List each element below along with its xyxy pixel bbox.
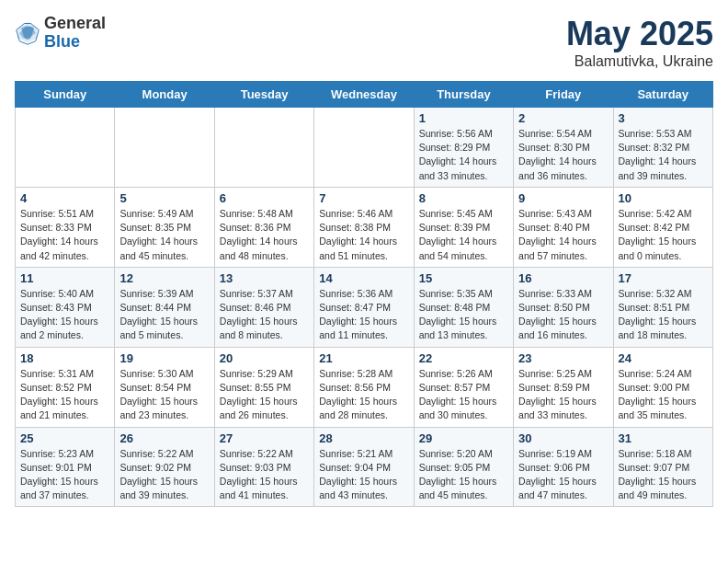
calendar-cell: 18Sunrise: 5:31 AM Sunset: 8:52 PM Dayli…: [16, 347, 115, 427]
day-number: 4: [20, 191, 109, 205]
cell-info: Sunrise: 5:22 AM Sunset: 9:02 PM Dayligh…: [119, 447, 209, 503]
day-number: 7: [319, 191, 408, 205]
day-number: 9: [518, 191, 608, 205]
logo-blue-text: Blue: [44, 33, 106, 52]
day-number: 8: [419, 191, 508, 205]
cell-info: Sunrise: 5:31 AM Sunset: 8:52 PM Dayligh…: [20, 367, 109, 423]
calendar-cell: 8Sunrise: 5:45 AM Sunset: 8:39 PM Daylig…: [414, 187, 513, 267]
week-row-2: 4Sunrise: 5:51 AM Sunset: 8:33 PM Daylig…: [16, 187, 713, 267]
location-subtitle: Balamutivka, Ukraine: [566, 53, 713, 70]
day-number: 13: [220, 271, 309, 285]
cell-info: Sunrise: 5:56 AM Sunset: 8:29 PM Dayligh…: [419, 127, 508, 183]
cell-info: Sunrise: 5:32 AM Sunset: 8:51 PM Dayligh…: [619, 287, 708, 343]
header-row: SundayMondayTuesdayWednesdayThursdayFrid…: [16, 82, 713, 108]
day-number: 18: [20, 351, 109, 365]
day-number: 30: [518, 431, 608, 445]
day-number: 25: [20, 431, 109, 445]
title-block: May 2025 Balamutivka, Ukraine: [566, 15, 713, 70]
calendar-cell: 9Sunrise: 5:43 AM Sunset: 8:40 PM Daylig…: [514, 187, 613, 267]
day-number: 22: [419, 351, 508, 365]
cell-info: Sunrise: 5:35 AM Sunset: 8:48 PM Dayligh…: [419, 287, 508, 343]
cell-info: Sunrise: 5:53 AM Sunset: 8:32 PM Dayligh…: [619, 127, 708, 183]
day-number: 20: [220, 351, 309, 365]
day-number: 11: [20, 271, 109, 285]
calendar-cell: 24Sunrise: 5:24 AM Sunset: 9:00 PM Dayli…: [613, 347, 712, 427]
day-header-saturday: Saturday: [613, 82, 712, 108]
calendar-cell: 11Sunrise: 5:40 AM Sunset: 8:43 PM Dayli…: [16, 267, 115, 347]
calendar-cell: 15Sunrise: 5:35 AM Sunset: 8:48 PM Dayli…: [414, 267, 513, 347]
day-number: 5: [119, 191, 209, 205]
page-header: General Blue May 2025 Balamutivka, Ukrai…: [15, 15, 713, 70]
calendar-cell: 3Sunrise: 5:53 AM Sunset: 8:32 PM Daylig…: [613, 108, 712, 188]
calendar-cell: [16, 108, 115, 188]
cell-info: Sunrise: 5:45 AM Sunset: 8:39 PM Dayligh…: [419, 207, 508, 263]
day-number: 10: [619, 191, 708, 205]
day-number: 12: [119, 271, 209, 285]
calendar-cell: 29Sunrise: 5:20 AM Sunset: 9:05 PM Dayli…: [414, 427, 513, 507]
calendar-cell: 28Sunrise: 5:21 AM Sunset: 9:04 PM Dayli…: [314, 427, 414, 507]
logo-icon: [15, 20, 40, 46]
calendar-cell: 12Sunrise: 5:39 AM Sunset: 8:44 PM Dayli…: [115, 267, 214, 347]
day-number: 19: [119, 351, 209, 365]
cell-info: Sunrise: 5:29 AM Sunset: 8:55 PM Dayligh…: [220, 367, 309, 423]
cell-info: Sunrise: 5:18 AM Sunset: 9:07 PM Dayligh…: [619, 447, 708, 503]
day-number: 16: [518, 271, 608, 285]
calendar-cell: 17Sunrise: 5:32 AM Sunset: 8:51 PM Dayli…: [613, 267, 712, 347]
cell-info: Sunrise: 5:49 AM Sunset: 8:35 PM Dayligh…: [119, 207, 209, 263]
day-number: 1: [419, 111, 508, 125]
calendar-cell: 6Sunrise: 5:48 AM Sunset: 8:36 PM Daylig…: [214, 187, 313, 267]
day-header-tuesday: Tuesday: [214, 82, 313, 108]
calendar-cell: 23Sunrise: 5:25 AM Sunset: 8:59 PM Dayli…: [514, 347, 613, 427]
calendar-cell: 20Sunrise: 5:29 AM Sunset: 8:55 PM Dayli…: [214, 347, 313, 427]
day-header-monday: Monday: [115, 82, 214, 108]
day-number: 15: [419, 271, 508, 285]
day-number: 2: [518, 111, 608, 125]
calendar-cell: 14Sunrise: 5:36 AM Sunset: 8:47 PM Dayli…: [314, 267, 414, 347]
week-row-4: 18Sunrise: 5:31 AM Sunset: 8:52 PM Dayli…: [16, 347, 713, 427]
day-number: 24: [619, 351, 708, 365]
calendar-cell: 21Sunrise: 5:28 AM Sunset: 8:56 PM Dayli…: [314, 347, 414, 427]
day-number: 14: [319, 271, 408, 285]
cell-info: Sunrise: 5:21 AM Sunset: 9:04 PM Dayligh…: [319, 447, 408, 503]
calendar-cell: 2Sunrise: 5:54 AM Sunset: 8:30 PM Daylig…: [514, 108, 613, 188]
calendar-cell: 5Sunrise: 5:49 AM Sunset: 8:35 PM Daylig…: [115, 187, 214, 267]
cell-info: Sunrise: 5:46 AM Sunset: 8:38 PM Dayligh…: [319, 207, 408, 263]
calendar-cell: [214, 108, 313, 188]
day-header-thursday: Thursday: [414, 82, 513, 108]
cell-info: Sunrise: 5:19 AM Sunset: 9:06 PM Dayligh…: [518, 447, 608, 503]
day-number: 27: [220, 431, 309, 445]
month-year-title: May 2025: [566, 15, 713, 53]
logo-text: General Blue: [44, 15, 106, 52]
calendar-cell: [115, 108, 214, 188]
day-number: 3: [619, 111, 708, 125]
cell-info: Sunrise: 5:28 AM Sunset: 8:56 PM Dayligh…: [319, 367, 408, 423]
cell-info: Sunrise: 5:20 AM Sunset: 9:05 PM Dayligh…: [419, 447, 508, 503]
calendar-cell: [314, 108, 414, 188]
logo-general-text: General: [44, 15, 106, 33]
cell-info: Sunrise: 5:54 AM Sunset: 8:30 PM Dayligh…: [518, 127, 608, 183]
calendar-cell: 25Sunrise: 5:23 AM Sunset: 9:01 PM Dayli…: [16, 427, 115, 507]
calendar-cell: 7Sunrise: 5:46 AM Sunset: 8:38 PM Daylig…: [314, 187, 414, 267]
cell-info: Sunrise: 5:48 AM Sunset: 8:36 PM Dayligh…: [220, 207, 309, 263]
day-header-wednesday: Wednesday: [314, 82, 414, 108]
cell-info: Sunrise: 5:25 AM Sunset: 8:59 PM Dayligh…: [518, 367, 608, 423]
calendar-cell: 22Sunrise: 5:26 AM Sunset: 8:57 PM Dayli…: [414, 347, 513, 427]
cell-info: Sunrise: 5:40 AM Sunset: 8:43 PM Dayligh…: [20, 287, 109, 343]
cell-info: Sunrise: 5:22 AM Sunset: 9:03 PM Dayligh…: [220, 447, 309, 503]
cell-info: Sunrise: 5:42 AM Sunset: 8:42 PM Dayligh…: [619, 207, 708, 263]
calendar-cell: 19Sunrise: 5:30 AM Sunset: 8:54 PM Dayli…: [115, 347, 214, 427]
calendar-cell: 13Sunrise: 5:37 AM Sunset: 8:46 PM Dayli…: [214, 267, 313, 347]
cell-info: Sunrise: 5:39 AM Sunset: 8:44 PM Dayligh…: [119, 287, 209, 343]
cell-info: Sunrise: 5:24 AM Sunset: 9:00 PM Dayligh…: [619, 367, 708, 423]
week-row-3: 11Sunrise: 5:40 AM Sunset: 8:43 PM Dayli…: [16, 267, 713, 347]
day-number: 31: [619, 431, 708, 445]
calendar-cell: 16Sunrise: 5:33 AM Sunset: 8:50 PM Dayli…: [514, 267, 613, 347]
calendar-cell: 4Sunrise: 5:51 AM Sunset: 8:33 PM Daylig…: [16, 187, 115, 267]
cell-info: Sunrise: 5:37 AM Sunset: 8:46 PM Dayligh…: [220, 287, 309, 343]
calendar-cell: 30Sunrise: 5:19 AM Sunset: 9:06 PM Dayli…: [514, 427, 613, 507]
cell-info: Sunrise: 5:30 AM Sunset: 8:54 PM Dayligh…: [119, 367, 209, 423]
calendar-cell: 27Sunrise: 5:22 AM Sunset: 9:03 PM Dayli…: [214, 427, 313, 507]
day-number: 21: [319, 351, 408, 365]
calendar-table: SundayMondayTuesdayWednesdayThursdayFrid…: [15, 81, 713, 507]
calendar-cell: 1Sunrise: 5:56 AM Sunset: 8:29 PM Daylig…: [414, 108, 513, 188]
